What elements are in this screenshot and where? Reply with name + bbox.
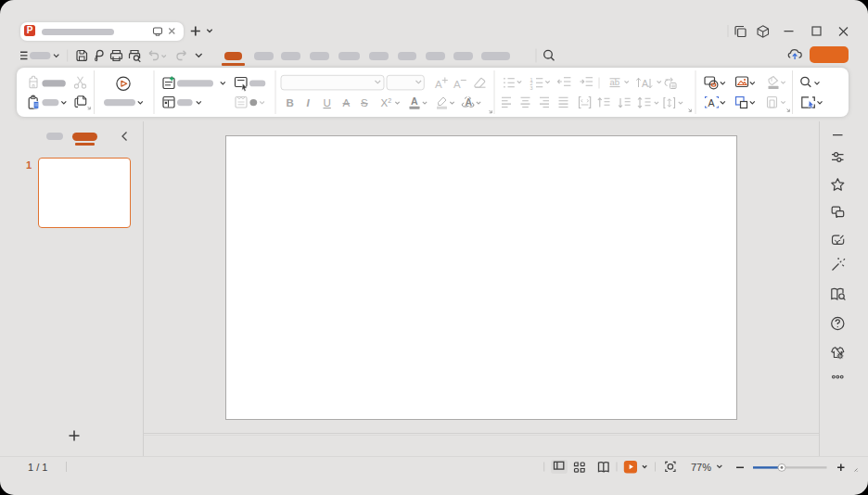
svg-text:A: A [708, 97, 715, 108]
svg-text:A: A [453, 79, 461, 90]
svg-text:A: A [466, 96, 473, 108]
svg-text:U: U [324, 97, 331, 108]
svg-text:A: A [435, 79, 442, 90]
svg-text:ab: ab [610, 77, 620, 87]
svg-text:A: A [642, 78, 648, 89]
svg-text:S: S [361, 97, 368, 108]
svg-text:I: I [307, 97, 311, 108]
svg-text:77%: 77% [691, 462, 711, 473]
svg-text:3: 3 [530, 85, 533, 91]
svg-text:A: A [411, 95, 418, 107]
svg-text:A: A [343, 97, 351, 108]
svg-text:2: 2 [388, 97, 391, 104]
svg-text:X: X [381, 97, 389, 108]
svg-text:B: B [287, 97, 294, 108]
